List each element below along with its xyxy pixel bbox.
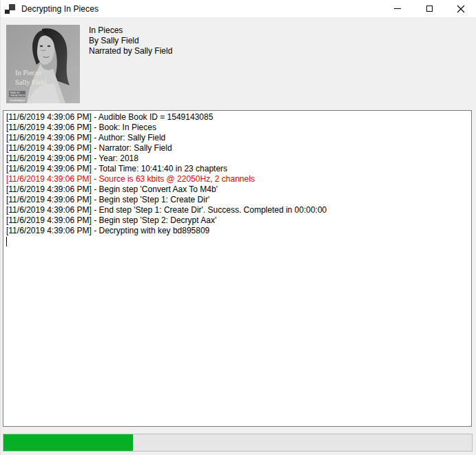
log-line: [11/6/2019 4:39:06 PM] - Year: 2018 (6, 154, 470, 164)
maximize-icon (426, 6, 433, 12)
text-caret (6, 236, 470, 246)
maximize-button[interactable] (413, 0, 445, 17)
title-bar[interactable]: Decrypting In Pieces (1, 0, 476, 17)
book-title: In Pieces (89, 25, 172, 36)
book-narrator: Narrated by Sally Field (89, 46, 172, 56)
log-line: [11/6/2019 4:39:06 PM] - Author: Sally F… (6, 133, 470, 143)
progress-fill (3, 434, 133, 451)
progress-bar (3, 434, 473, 452)
close-icon (457, 5, 465, 13)
cover-title: In Pieces (15, 69, 41, 76)
log-line: [11/6/2019 4:39:06 PM] - Audible Book ID… (6, 112, 470, 123)
log-line: [11/6/2019 4:39:06 PM] - Narrator: Sally… (6, 143, 470, 154)
log-line: [11/6/2019 4:39:06 PM] - Total Time: 10:… (6, 164, 470, 174)
log-line: [11/6/2019 4:39:06 PM] - Begin step 'Con… (6, 184, 470, 195)
log-line: [11/6/2019 4:39:06 PM] - Begin step 'Ste… (6, 215, 470, 226)
window-title: Decrypting In Pieces (21, 4, 99, 14)
log-line: [11/6/2019 4:39:06 PM] - End step 'Step … (6, 205, 470, 215)
book-cover-image: In Pieces Sally Field READ BY THE AUTHOR… (6, 25, 80, 103)
app-icon (5, 3, 16, 14)
caption-buttons (382, 0, 476, 17)
log-textbox[interactable]: [11/6/2019 4:39:06 PM] - Audible Book ID… (3, 110, 472, 427)
log-line: [11/6/2019 4:39:06 PM] - Source is 63 kb… (6, 174, 470, 184)
decrypt-window: Decrypting In Pieces (0, 0, 476, 455)
book-info: In Pieces By Sally Field Narrated by Sal… (89, 25, 172, 56)
log-line: [11/6/2019 4:39:06 PM] - Decrypting with… (6, 226, 470, 236)
log-line: [11/6/2019 4:39:06 PM] - Book: In Pieces (6, 123, 470, 133)
close-button[interactable] (445, 0, 476, 17)
cover-author: Sally Field (15, 78, 48, 86)
log-line: [11/6/2019 4:39:06 PM] - Begin step 'Ste… (6, 195, 470, 205)
book-author: By Sally Field (89, 36, 172, 46)
cover-readby-2: THE AUTHOR (10, 94, 25, 97)
cover-edition: Unabridged (10, 98, 25, 102)
minimize-button[interactable] (382, 0, 413, 17)
minimize-icon (394, 8, 401, 9)
